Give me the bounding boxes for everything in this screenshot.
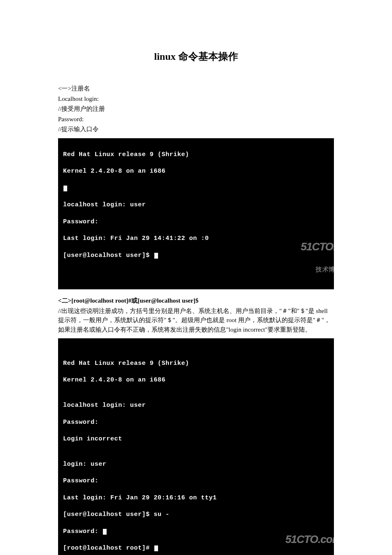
watermark-text-top: 51CTO.c xyxy=(301,241,334,253)
cursor-icon xyxy=(63,186,67,191)
cursor-icon xyxy=(103,529,107,535)
term1-l1: Red Hat Linux release 9 (Shrike) xyxy=(63,151,329,159)
term2-l4: localhost login: user xyxy=(63,401,329,410)
watermark-text-bottom: 技术博客 xyxy=(301,266,334,273)
term2-l11: [user@localhost user]$ su - xyxy=(63,511,329,519)
term1-l2: Kernel 2.4.20-8 on an i686 xyxy=(63,167,329,176)
cursor-icon xyxy=(154,253,158,259)
term1-l6: Last login: Fri Jan 29 14:41:22 on :0 xyxy=(63,235,329,243)
term2-l1: Red Hat Linux release 9 (Shrike) xyxy=(63,359,329,368)
page-title: linux 命令基本操作 xyxy=(58,50,334,63)
cursor-icon xyxy=(154,545,158,551)
section1-line1: Localhost login: xyxy=(58,94,334,104)
term1-l5: Password: xyxy=(63,218,329,226)
term2-l9: Password: xyxy=(63,477,329,485)
term2-l6: Login incorrect xyxy=(63,435,329,443)
term2-l8: login: user xyxy=(63,460,329,469)
term1-l4: localhost login: user xyxy=(63,201,329,209)
term2-l5: Password: xyxy=(63,418,329,427)
terminal-screenshot-1: Red Hat Linux release 9 (Shrike) Kernel … xyxy=(58,138,334,289)
watermark-2: 51CTO.com 技术博客Blog xyxy=(285,520,334,555)
section1-line2: //接受用户的注册 xyxy=(58,104,334,114)
section2-heading: <二>[root@localhost root]#或[user@localhos… xyxy=(58,297,334,305)
terminal-screenshot-2: Red Hat Linux release 9 (Shrike) Kernel … xyxy=(58,338,334,555)
term1-l3 xyxy=(63,184,329,193)
watermark-text-top: 51CTO.com xyxy=(285,533,334,545)
section1-line4: //提示输入口令 xyxy=(58,125,334,134)
document-page: linux 命令基本操作 <一>注册名 Localhost login: //接… xyxy=(0,0,392,555)
section1-line3: Password: xyxy=(58,115,334,124)
section1-heading: <一>注册名 xyxy=(58,84,334,93)
watermark-1: 51CTO.c 技术博客 xyxy=(301,227,334,287)
section2-paragraph: //出现这些说明注册成功，方括号里分别是用户名、系统主机名、用户当前目录，"＃"… xyxy=(58,306,334,335)
term1-l7: [user@localhost user]$ xyxy=(63,252,329,260)
term2-l10: Last login: Fri Jan 29 20:16:16 on tty1 xyxy=(63,494,329,502)
term2-l2: Kernel 2.4.20-8 on an i686 xyxy=(63,376,329,384)
